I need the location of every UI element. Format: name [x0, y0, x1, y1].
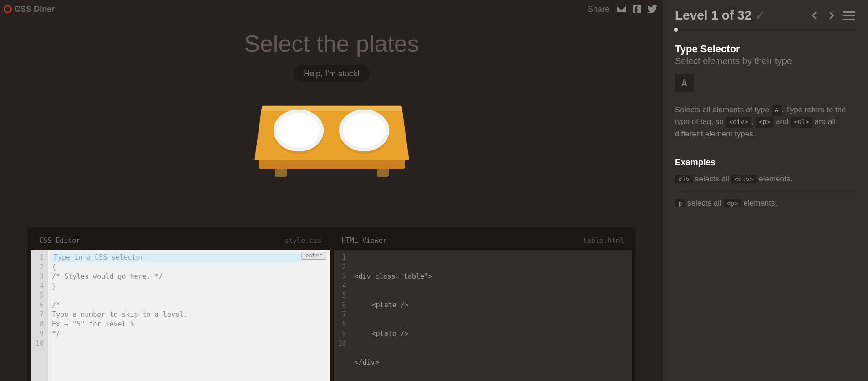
css-code-line: Type a number to skip to a level. — [52, 310, 325, 320]
css-selector-input[interactable]: Type in a CSS selector — [52, 253, 303, 262]
table-leg — [275, 168, 287, 177]
sidebar: Level 1 of 32 ✓ Type Selector Select ele… — [663, 0, 868, 381]
progress-dot — [674, 28, 678, 32]
css-code-line: } — [52, 281, 325, 291]
facebook-icon[interactable] — [631, 4, 642, 15]
help-button[interactable]: Help, I'm stuck! — [294, 65, 369, 82]
selector-name: Type Selector — [675, 43, 856, 55]
prompt-title: Select the plates — [0, 30, 663, 57]
table-stage — [0, 97, 663, 188]
example-item: div selects all <div> elements. — [675, 175, 856, 191]
html-filename: table.html — [583, 236, 624, 245]
css-code-line: { — [52, 262, 325, 272]
html-code-line: <div class="table"> — [355, 272, 628, 281]
enter-button[interactable]: enter — [301, 252, 326, 260]
html-code-line: <plate /> — [355, 301, 628, 310]
html-viewer-title: HTML Viewer — [342, 236, 387, 245]
css-code-line: /* Styles would go here. */ — [52, 272, 325, 281]
syntax-badge: A — [675, 74, 694, 92]
editor-panel: CSS Editor style.css 1 2 3 4 5 6 7 8 9 1… — [27, 227, 636, 381]
checkmark-icon: ✓ — [755, 9, 765, 23]
share-box: Share — [588, 4, 658, 15]
selector-description: Selects all elements of type A. Type ref… — [675, 104, 856, 140]
twitter-icon[interactable] — [647, 4, 658, 15]
css-code-line: /* — [52, 301, 325, 310]
email-icon[interactable] — [616, 4, 627, 15]
table-leg — [377, 168, 389, 177]
level-indicator: Level 1 of 32 ✓ — [675, 8, 765, 23]
css-editor-title: CSS Editor — [39, 236, 80, 245]
plate[interactable] — [339, 110, 389, 151]
plate[interactable] — [274, 110, 324, 151]
progress-track[interactable] — [675, 29, 856, 30]
logo-icon — [4, 5, 12, 13]
html-gutter: 1 2 3 4 5 6 7 8 9 10 — [334, 250, 351, 381]
examples-heading: Examples — [675, 157, 856, 167]
css-code-line — [52, 291, 325, 301]
app-name: CSS Diner — [15, 5, 55, 14]
css-gutter: 1 2 3 4 5 6 7 8 9 10 — [31, 250, 48, 381]
css-code-line: */ — [52, 329, 325, 339]
levels-menu-button[interactable] — [843, 10, 856, 21]
next-level-button[interactable] — [826, 10, 836, 20]
selector-subtitle: Select elements by their type — [675, 56, 856, 66]
html-code-line: <plate /> — [355, 329, 628, 339]
brand[interactable]: CSS Diner — [4, 5, 55, 14]
css-filename: style.css — [284, 236, 321, 245]
prev-level-button[interactable] — [810, 10, 820, 20]
html-code-line: </div> — [355, 358, 628, 367]
css-code-line: Ex → "5" for level 5 — [52, 320, 325, 329]
example-item: p selects all <p> elements. — [675, 199, 856, 215]
html-viewer-pane: HTML Viewer table.html 1 2 3 4 5 6 7 8 9… — [330, 231, 633, 381]
css-editor-pane: CSS Editor style.css 1 2 3 4 5 6 7 8 9 1… — [31, 231, 330, 381]
share-label: Share — [588, 5, 609, 14]
